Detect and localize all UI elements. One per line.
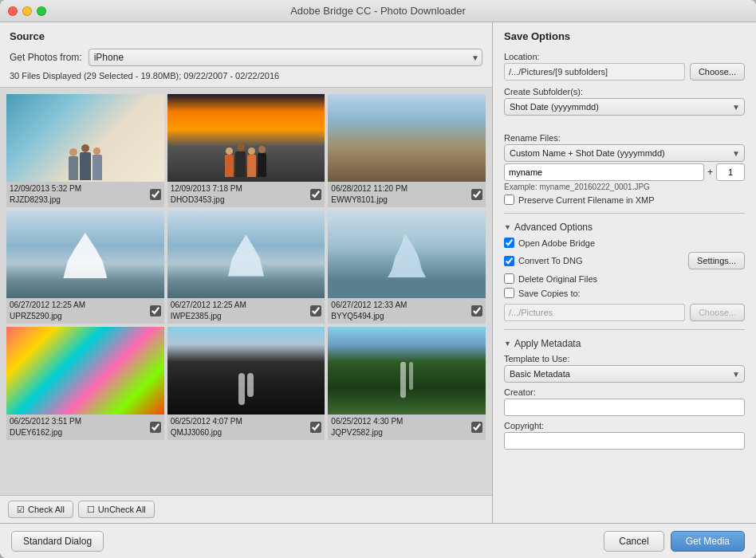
open-bridge-row: Open Adobe Bridge: [504, 238, 745, 248]
photo-checkbox[interactable]: [471, 422, 482, 433]
apply-metadata-label: Apply Metadata: [514, 338, 581, 349]
triangle-icon-2: ▼: [504, 340, 511, 348]
photo-filename: DHOD3453.jpg: [171, 195, 311, 206]
rename-plus: +: [707, 167, 713, 178]
photo-filename: UPRZ5290.jpg: [10, 311, 150, 322]
list-item: 12/09/2013 5:32 PM RJZD8293.jpg: [6, 94, 164, 207]
photo-info: 06/27/2012 12:33 AM BYYQ5494.jpg: [328, 298, 486, 324]
photo-checkbox[interactable]: [471, 305, 482, 316]
main-content: Source Get Photos from: iPhone ▼ 30 File…: [0, 22, 756, 523]
convert-dng-row: Convert To DNG Settings...: [504, 252, 745, 269]
list-item: 06/27/2012 12:33 AM BYYQ5494.jpg: [328, 210, 486, 324]
dng-settings-button[interactable]: Settings...: [688, 252, 745, 269]
photo-thumb: [167, 210, 325, 298]
template-select[interactable]: Basic Metadata: [504, 365, 745, 383]
footer-right: Cancel Get Media: [604, 531, 745, 552]
cancel-button[interactable]: Cancel: [604, 531, 663, 552]
standard-dialog-button[interactable]: Standard Dialog: [11, 531, 104, 552]
apply-metadata-content: Template to Use: Basic Metadata ▼ Creato…: [504, 354, 745, 450]
example-text: Example: myname_20160222_0001.JPG: [504, 183, 745, 191]
photo-checkbox[interactable]: [150, 422, 161, 433]
photo-checkbox[interactable]: [310, 189, 321, 200]
list-item: 06/27/2012 12:25 AM UPRZ5290.jpg: [6, 210, 164, 324]
location-row: /.../Pictures/[9 subfolders] Choose...: [504, 63, 745, 81]
minimize-button[interactable]: [22, 6, 32, 16]
delete-originals-checkbox[interactable]: [504, 273, 514, 284]
subfolder-select[interactable]: Shot Date (yyyymmdd): [504, 98, 745, 116]
right-panel: Save Options Location: /.../Pictures/[9 …: [493, 22, 756, 523]
photo-info: 06/25/2012 4:30 PM JQPV2582.jpg: [328, 415, 486, 440]
save-options-title: Save Options: [504, 30, 745, 42]
preserve-xmp-row: Preserve Current Filename in XMP: [504, 195, 745, 205]
location-choose-button[interactable]: Choose...: [690, 63, 745, 81]
list-item: 06/28/2012 11:20 PM EWWY8101.jpg: [328, 94, 486, 207]
advanced-options-content: Open Adobe Bridge Convert To DNG Setting…: [504, 238, 745, 321]
advanced-options-section: ▼ Advanced Options Open Adobe Bridge Con…: [504, 222, 745, 321]
triangle-icon: ▼: [504, 223, 511, 231]
photo-checkbox[interactable]: [310, 422, 321, 433]
bottom-buttons: ☑ Check All ☐ UnCheck All: [0, 495, 492, 523]
rename-number-input[interactable]: [716, 163, 745, 181]
open-bridge-checkbox[interactable]: [504, 238, 514, 248]
location-label: Location:: [504, 52, 745, 61]
photo-filename: EWWY8101.jpg: [331, 195, 471, 206]
apply-metadata-section: ▼ Apply Metadata Template to Use: Basic …: [504, 338, 745, 450]
rename-select[interactable]: Custom Name + Shot Date (yyyymmdd): [504, 144, 745, 162]
preserve-xmp-label: Preserve Current Filename in XMP: [518, 195, 655, 205]
open-bridge-label: Open Adobe Bridge: [518, 238, 595, 248]
uncheck-all-button[interactable]: ☐ UnCheck All: [78, 501, 155, 518]
photo-checkbox[interactable]: [471, 189, 482, 200]
titlebar: Adobe Bridge CC - Photo Downloader: [0, 0, 756, 22]
photo-info: 06/25/2012 4:07 PM QMJJ3060.jpg: [167, 415, 325, 440]
copies-choose-button[interactable]: Choose...: [690, 304, 745, 321]
source-select-wrapper: iPhone ▼: [89, 49, 482, 66]
advanced-options-toggle[interactable]: ▼ Advanced Options: [504, 222, 745, 233]
copyright-input[interactable]: [504, 432, 745, 450]
copyright-label: Copyright:: [504, 421, 745, 430]
rename-label: Rename Files:: [504, 133, 745, 143]
delete-originals-label: Delete Original Files: [518, 274, 597, 284]
get-media-button[interactable]: Get Media: [671, 531, 745, 552]
source-select[interactable]: iPhone: [89, 49, 482, 66]
photo-thumb: [167, 94, 325, 182]
maximize-button[interactable]: [37, 6, 46, 16]
save-copies-checkbox[interactable]: [504, 288, 514, 298]
creator-label: Creator:: [504, 387, 745, 397]
rename-dropdown-row: Custom Name + Shot Date (yyyymmdd) ▼: [504, 144, 745, 162]
photo-info: 06/28/2012 11:20 PM EWWY8101.jpg: [328, 182, 486, 207]
divider-2: [504, 329, 745, 330]
advanced-options-label: Advanced Options: [514, 222, 593, 233]
preserve-xmp-checkbox[interactable]: [504, 195, 514, 205]
source-row: Get Photos from: iPhone ▼: [10, 49, 482, 66]
save-copies-row: Save Copies to:: [504, 288, 745, 298]
photo-checkbox[interactable]: [150, 189, 161, 200]
apply-metadata-toggle[interactable]: ▼ Apply Metadata: [504, 338, 745, 349]
photo-filename: DUEY6162.jpg: [10, 427, 150, 438]
photo-info: 12/09/2013 5:32 PM RJZD8293.jpg: [6, 182, 164, 207]
template-dropdown-row: Basic Metadata ▼: [504, 365, 745, 383]
convert-dng-checkbox[interactable]: [504, 256, 514, 266]
photo-date: 06/25/2012 3:51 PM: [10, 416, 150, 427]
uncheck-icon: ☐: [87, 505, 95, 515]
photo-grid: 12/09/2013 5:32 PM RJZD8293.jpg: [0, 88, 492, 495]
traffic-lights: [8, 6, 46, 16]
photo-checkbox[interactable]: [150, 305, 161, 316]
check-icon: ☑: [17, 505, 25, 515]
close-button[interactable]: [8, 6, 18, 16]
rename-row: +: [504, 163, 745, 181]
photo-date: 12/09/2013 7:18 PM: [171, 183, 311, 195]
creator-input[interactable]: [504, 399, 745, 416]
photo-checkbox[interactable]: [310, 305, 321, 316]
rename-input[interactable]: [504, 163, 704, 181]
check-all-button[interactable]: ☑ Check All: [8, 501, 73, 518]
photo-info: 06/27/2012 12:25 AM UPRZ5290.jpg: [6, 298, 164, 324]
location-path: /.../Pictures/[9 subfolders]: [504, 63, 685, 81]
photo-date: 06/27/2012 12:33 AM: [331, 300, 471, 311]
source-title: Source: [10, 30, 482, 42]
convert-dng-label: Convert To DNG: [518, 256, 583, 265]
rename-section: Rename Files: Custom Name + Shot Date (y…: [504, 133, 745, 205]
photo-date: 06/25/2012 4:30 PM: [331, 416, 471, 427]
template-label: Template to Use:: [504, 354, 745, 363]
copies-path-row: /.../Pictures Choose...: [504, 304, 745, 321]
photo-info: 12/09/2013 7:18 PM DHOD3453.jpg: [167, 182, 325, 207]
